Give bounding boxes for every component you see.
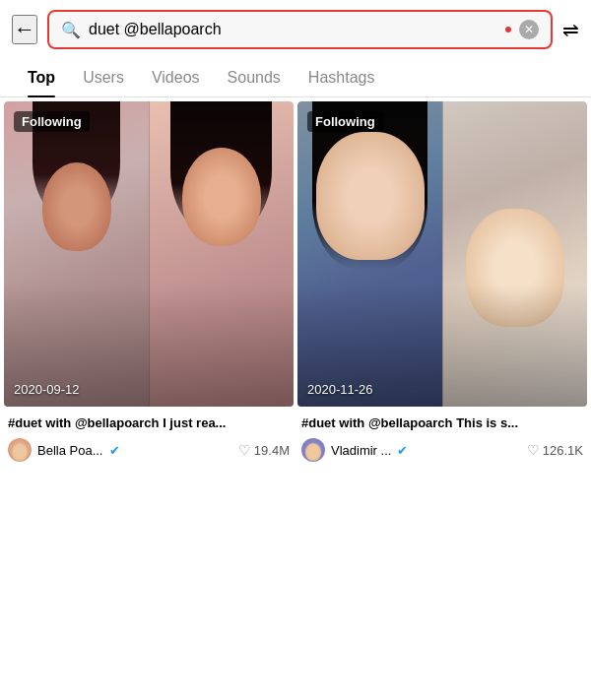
video-info-2: #duet with @bellapoarch This is s... Vla… bbox=[297, 407, 587, 466]
heart-icon-1: ♡ bbox=[238, 442, 251, 458]
back-button[interactable]: ← bbox=[12, 15, 37, 44]
avatar-2 bbox=[301, 438, 325, 462]
split-divider-1 bbox=[149, 101, 150, 407]
video-title-2: #duet with @bellapoarch This is s... bbox=[301, 414, 583, 432]
filter-button[interactable]: ⇌ bbox=[562, 18, 579, 41]
video-meta-2: Vladimir ... ✔ ♡ 126.1K bbox=[301, 438, 583, 462]
split-divider-2 bbox=[442, 101, 443, 407]
video-grid: Following 2020-09-12 #duet with @bellapo… bbox=[0, 97, 591, 470]
tab-hashtags[interactable]: Hashtags bbox=[295, 59, 389, 96]
verified-icon-1: ✔ bbox=[109, 443, 120, 458]
following-badge-1: Following bbox=[14, 111, 90, 132]
header: ← 🔍 duet @bellapoarch ✕ ⇌ bbox=[0, 0, 591, 59]
search-text: duet @bellapoarch bbox=[89, 21, 497, 38]
video-title-1: #duet with @bellapoarch I just rea... bbox=[8, 414, 290, 432]
avatar-face-1 bbox=[12, 443, 28, 461]
likes-2: ♡ 126.1K bbox=[527, 442, 583, 458]
video-item-1[interactable]: Following 2020-09-12 #duet with @bellapo… bbox=[4, 101, 294, 466]
following-badge-2: Following bbox=[307, 111, 383, 132]
tab-top[interactable]: Top bbox=[14, 59, 69, 96]
likes-count-2: 126.1K bbox=[543, 443, 583, 458]
avatar-1 bbox=[8, 438, 32, 462]
overlay-left-2 bbox=[297, 101, 442, 407]
avatar-face-2 bbox=[305, 443, 321, 461]
verified-icon-2: ✔ bbox=[397, 443, 408, 458]
video-item-2[interactable]: Following 2020-11-26 #duet with @bellapo… bbox=[297, 101, 587, 466]
overlay-left-1 bbox=[4, 101, 149, 407]
thumb-left-1 bbox=[4, 101, 149, 407]
username-1: Bella Poa... bbox=[37, 443, 103, 458]
thumb-left-2 bbox=[297, 101, 442, 407]
overlay-right-2 bbox=[442, 101, 587, 407]
username-2: Vladimir ... bbox=[331, 443, 391, 458]
overlay-right-1 bbox=[149, 101, 294, 407]
date-badge-1: 2020-09-12 bbox=[14, 382, 80, 397]
video-thumb-2: Following 2020-11-26 bbox=[297, 101, 587, 407]
likes-1: ♡ 19.4M bbox=[238, 442, 290, 458]
thumb-right-1 bbox=[149, 101, 294, 407]
date-badge-2: 2020-11-26 bbox=[307, 382, 373, 397]
heart-icon-2: ♡ bbox=[527, 442, 540, 458]
tab-videos[interactable]: Videos bbox=[138, 59, 214, 96]
likes-count-1: 19.4M bbox=[254, 443, 290, 458]
search-cursor bbox=[505, 27, 511, 32]
video-meta-1: Bella Poa... ✔ ♡ 19.4M bbox=[8, 438, 290, 462]
search-bar[interactable]: 🔍 duet @bellapoarch ✕ bbox=[47, 10, 553, 49]
tab-sounds[interactable]: Sounds bbox=[214, 59, 295, 96]
clear-button[interactable]: ✕ bbox=[519, 20, 539, 39]
tab-users[interactable]: Users bbox=[69, 59, 138, 96]
video-info-1: #duet with @bellapoarch I just rea... Be… bbox=[4, 407, 294, 466]
tabs-bar: Top Users Videos Sounds Hashtags bbox=[0, 59, 591, 97]
search-icon: 🔍 bbox=[61, 21, 81, 39]
thumb-right-2 bbox=[442, 101, 587, 407]
video-thumb-1: Following 2020-09-12 bbox=[4, 101, 294, 407]
